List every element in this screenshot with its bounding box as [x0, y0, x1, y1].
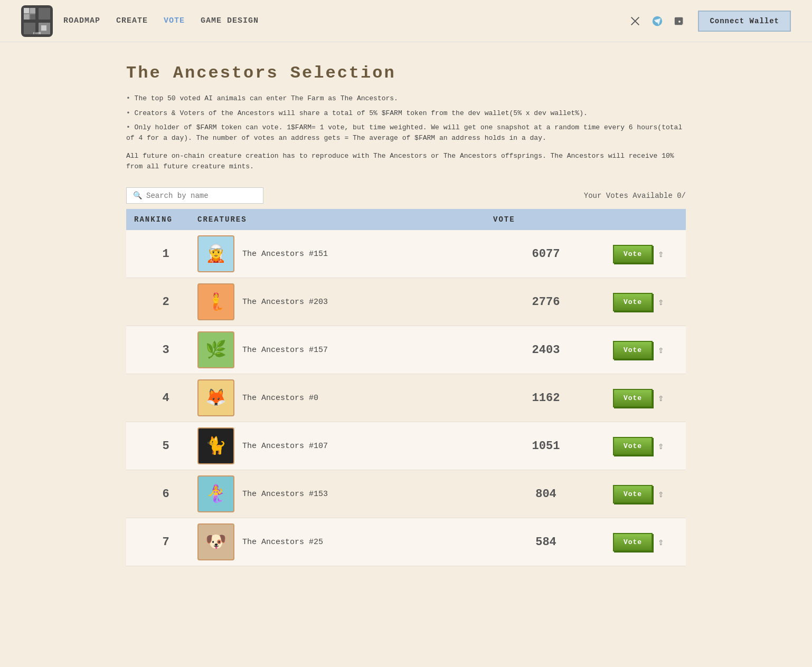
description-note: All future on-chain creature creation ha… [126, 151, 686, 171]
svg-rect-3 [30, 8, 35, 13]
creature-image: 🧝 [197, 235, 234, 272]
table-row: 1 🧝 The Ancestors #151 6077 Vote ⇧ [126, 230, 686, 278]
creature-name: The Ancestors #107 [242, 442, 328, 451]
vote-button[interactable]: Vote [613, 245, 653, 263]
creature-cell: 🧜 The Ancestors #203 [197, 283, 493, 320]
share-icon[interactable]: ⇧ [658, 536, 664, 548]
creature-image: 🦊 [197, 379, 234, 416]
social-icons [627, 13, 687, 29]
vote-actions: Vote ⇧ [599, 485, 678, 503]
site-logo[interactable]: FARM [21, 5, 53, 37]
vote-button[interactable]: Vote [613, 341, 653, 359]
search-icon: 🔍 [133, 191, 142, 200]
svg-rect-5 [30, 14, 35, 20]
share-icon[interactable]: ⇧ [658, 344, 664, 356]
svg-rect-9 [41, 25, 46, 31]
table-row: 2 🧜 The Ancestors #203 2776 Vote ⇧ [126, 278, 686, 326]
vote-count: 2403 [493, 344, 599, 357]
nav-link-create[interactable]: CREATE [116, 16, 148, 25]
vote-actions: Vote ⇧ [599, 533, 678, 551]
creature-name: The Ancestors #151 [242, 250, 328, 259]
share-icon[interactable]: ⇧ [658, 296, 664, 308]
search-wrapper: 🔍 [126, 187, 263, 204]
vote-actions: Vote ⇧ [599, 293, 678, 311]
share-icon[interactable]: ⇧ [658, 440, 664, 452]
vote-button[interactable]: Vote [613, 437, 653, 455]
header-vote: VOTE [493, 215, 599, 224]
vote-count: 584 [493, 536, 599, 549]
vote-actions: Vote ⇧ [599, 245, 678, 263]
creature-image: 🐶 [197, 523, 234, 560]
table-row: 3 🌿 The Ancestors #157 2403 Vote ⇧ [126, 326, 686, 374]
rank-cell: 7 [134, 536, 197, 549]
creature-cell: 🧝 The Ancestors #151 [197, 235, 493, 272]
nav-link-game-design[interactable]: GAME DESIGN [201, 16, 259, 25]
vote-button[interactable]: Vote [613, 293, 653, 311]
creature-name: The Ancestors #157 [242, 346, 328, 355]
votes-available-label: Your Votes Available 0/ [584, 192, 686, 200]
vote-count: 804 [493, 488, 599, 501]
vote-actions: Vote ⇧ [599, 389, 678, 407]
creature-cell: 🐶 The Ancestors #25 [197, 523, 493, 560]
x-twitter-icon[interactable] [627, 13, 643, 29]
creature-image: 🧜 [197, 283, 234, 320]
discord-icon[interactable] [672, 13, 687, 29]
search-input[interactable] [146, 192, 257, 200]
vote-count: 1051 [493, 440, 599, 453]
header-creatures: CREATURES [197, 215, 493, 224]
vote-count: 6077 [493, 247, 599, 261]
creature-name: The Ancestors #203 [242, 298, 328, 307]
creature-cell: 🧜‍♀️ The Ancestors #153 [197, 475, 493, 512]
share-icon[interactable]: ⇧ [658, 392, 664, 404]
vote-actions: Vote ⇧ [599, 341, 678, 359]
page-title: The Ancestors Selection [126, 63, 686, 83]
rank-cell: 4 [134, 392, 197, 405]
vote-button[interactable]: Vote [613, 389, 653, 407]
svg-rect-4 [24, 14, 29, 20]
telegram-icon[interactable] [649, 13, 665, 29]
vote-button[interactable]: Vote [613, 485, 653, 503]
header-actions [599, 215, 678, 224]
connect-wallet-button[interactable]: Connect Wallet [698, 11, 791, 32]
table-row: 6 🧜‍♀️ The Ancestors #153 804 Vote ⇧ [126, 470, 686, 518]
creature-image: 🌿 [197, 331, 234, 368]
description-list: The top 50 voted AI animals can enter Th… [126, 93, 686, 143]
creature-cell: 🌿 The Ancestors #157 [197, 331, 493, 368]
creature-image: 🐈 [197, 427, 234, 464]
vote-button[interactable]: Vote [613, 533, 653, 551]
creature-name: The Ancestors #25 [242, 538, 323, 547]
nav-link-vote[interactable]: VOTE [164, 16, 185, 25]
vote-count: 2776 [493, 296, 599, 309]
creature-cell: 🐈 The Ancestors #107 [197, 427, 493, 464]
header-ranking: RANKING [134, 215, 197, 224]
table-row: 4 🦊 The Ancestors #0 1162 Vote ⇧ [126, 374, 686, 422]
creature-name: The Ancestors #0 [242, 394, 318, 403]
table-body: 1 🧝 The Ancestors #151 6077 Vote ⇧ 2 🧜 T… [126, 230, 686, 566]
rank-cell: 3 [134, 344, 197, 357]
creatures-table: RANKING CREATURES VOTE 1 🧝 The Ancestors… [126, 209, 686, 566]
rank-cell: 5 [134, 440, 197, 453]
desc-item-2: Creators & Voters of the Ancestors will … [126, 108, 686, 119]
share-icon[interactable]: ⇧ [658, 488, 664, 500]
svg-text:FARM: FARM [33, 32, 41, 35]
main-content: The Ancestors Selection The top 50 voted… [116, 42, 696, 587]
svg-rect-6 [39, 8, 50, 20]
rank-cell: 6 [134, 488, 197, 501]
vote-actions: Vote ⇧ [599, 437, 678, 455]
nav-link-roadmap[interactable]: ROADMAP [63, 16, 100, 25]
table-header: RANKING CREATURES VOTE [126, 209, 686, 230]
rank-cell: 1 [134, 247, 197, 261]
navigation: FARM ROADMAP CREATE VOTE GAME DESIGN [0, 0, 812, 42]
rank-cell: 2 [134, 296, 197, 309]
desc-item-3: Only holder of $FARM token can vote. 1$F… [126, 122, 686, 143]
desc-item-1: The top 50 voted AI animals can enter Th… [126, 93, 686, 104]
creature-name: The Ancestors #153 [242, 490, 328, 499]
creature-image: 🧜‍♀️ [197, 475, 234, 512]
search-votes-row: 🔍 Your Votes Available 0/ [126, 187, 686, 204]
vote-count: 1162 [493, 392, 599, 405]
nav-links: ROADMAP CREATE VOTE GAME DESIGN [63, 16, 627, 25]
table-row: 7 🐶 The Ancestors #25 584 Vote ⇧ [126, 518, 686, 566]
svg-rect-2 [24, 8, 29, 13]
share-icon[interactable]: ⇧ [658, 248, 664, 260]
table-row: 5 🐈 The Ancestors #107 1051 Vote ⇧ [126, 422, 686, 470]
